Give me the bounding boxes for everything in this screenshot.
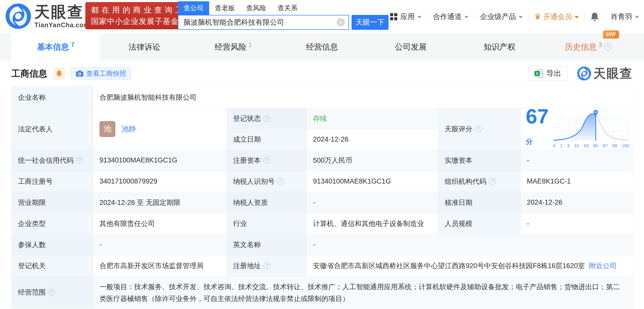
- nav-apps-label: 应用: [400, 12, 415, 22]
- help-icon[interactable]: ?: [263, 262, 270, 269]
- help-icon[interactable]: ?: [489, 178, 496, 185]
- field-label-org-code: 组织机构代码 ?: [438, 171, 521, 192]
- field-label-legal-rep: 法定代表人: [12, 108, 93, 150]
- field-value-legal-rep: 池 池静: [93, 108, 227, 150]
- value-text: 91340100MAE8K1GC1G: [99, 156, 177, 164]
- tab-operating-info[interactable]: 经营信息: [278, 33, 366, 61]
- top-header: 天眼查 TianYanCha.com 都在用的商业查询工具 国家中小企业发展子基…: [0, 0, 644, 33]
- label-text: 注册地址: [233, 261, 261, 270]
- field-value-credit-code: 91340100MAE8K1GC1G: [93, 150, 227, 171]
- label-text: 参保人数: [18, 240, 46, 249]
- field-value-reg-number: 340171000879929: [93, 171, 227, 192]
- nav-apps[interactable]: 应用: [390, 12, 421, 22]
- search-button[interactable]: 天眼一下: [352, 15, 389, 30]
- score-number: 67分: [526, 106, 549, 152]
- field-value-establish-date: 2024-12-26: [307, 129, 438, 150]
- tianyancha-logo[interactable]: 天眼查 TianYanCha.com: [5, 3, 90, 29]
- logo-domain: TianYanCha.com: [34, 21, 90, 29]
- legal-rep-link[interactable]: 池静: [122, 124, 136, 134]
- field-label-english-name: 英文名称: [227, 234, 307, 255]
- tianyancha-swirl-icon: [577, 66, 591, 81]
- status-text: 存续: [313, 114, 327, 123]
- label-text: 登记状态: [233, 114, 261, 123]
- tab-company-development[interactable]: 公司发展: [366, 33, 455, 61]
- chart-tick: 50: [584, 143, 589, 149]
- tab-label: 法律诉讼: [128, 42, 160, 52]
- nav-cooperation-label: 合作通道: [433, 12, 462, 22]
- chart-tick: 3: [567, 143, 569, 149]
- value-text: -: [313, 241, 315, 249]
- clear-search-icon[interactable]: ×: [337, 18, 345, 26]
- tab-intellectual-property[interactable]: 知识产权: [455, 33, 544, 61]
- excel-icon: X: [535, 69, 543, 78]
- score-unit: 分: [526, 138, 533, 146]
- label-text: 营业期限: [18, 198, 46, 207]
- field-value-industry: 计算机、通信和其他电子设备制造业: [307, 213, 438, 234]
- help-icon[interactable]: ?: [76, 157, 83, 164]
- field-value-taxpayer-id: 91340100MAE8K1GC1G: [307, 171, 438, 192]
- nearby-companies-link[interactable]: 附近公司: [589, 261, 617, 270]
- tianyancha-company-page: 天眼查 TianYanCha.com 都在用的商业查询工具 国家中小企业发展子基…: [0, 0, 644, 309]
- chevron-down-icon: [575, 16, 579, 19]
- field-value-english-name: -: [307, 234, 632, 255]
- value-text: -: [99, 241, 102, 249]
- tab-operating-risk[interactable]: 经营风险 1: [189, 33, 278, 61]
- tab-label: 经营信息: [306, 42, 338, 52]
- tab-history-info[interactable]: 历史信息 3 ? VIP: [544, 33, 633, 61]
- business-info-table: 企业名称 合肥脑波脑机智能科技有限公司 法定代表人 池 池静 登记状态 ? 存续…: [12, 86, 633, 308]
- nav-cooperation[interactable]: 合作通道: [433, 12, 468, 22]
- label-text: 法定代表人: [18, 124, 53, 134]
- field-label-paid-capital: 实缴资本: [438, 150, 521, 171]
- label-text: 核准日期: [445, 198, 472, 207]
- tab-count: 1: [249, 41, 252, 48]
- business-info-header: 工商信息 查看工商快照: [0, 61, 644, 86]
- value-text: 其他有限责任公司: [99, 219, 155, 228]
- monitor-bell-button[interactable]: [53, 67, 65, 80]
- company-tab-bar: 基本信息 7 法律诉讼 经营风险 1 经营信息 公司发展 知识产权 历史信息 3…: [0, 33, 644, 61]
- field-label-taxpayer-id: 纳税人识别号 ?: [227, 171, 307, 192]
- value-text: 2024-12-26: [527, 198, 562, 206]
- chart-tick: 85: [593, 143, 598, 149]
- label-text: 统一社会信用代码: [18, 156, 73, 165]
- help-icon[interactable]: ?: [277, 178, 284, 185]
- tab-label: 公司发展: [395, 42, 427, 52]
- field-value-taxpayer-quality: -: [307, 192, 438, 213]
- tab-label: 基本信息: [37, 42, 69, 52]
- tab-legal[interactable]: 法律诉讼: [100, 33, 189, 61]
- section-title: 工商信息: [11, 68, 47, 80]
- value-text: -: [527, 220, 529, 228]
- help-icon[interactable]: ?: [263, 157, 270, 164]
- help-icon[interactable]: ?: [263, 115, 270, 122]
- search-input[interactable]: [183, 18, 337, 26]
- nav-user[interactable]: 肖青羽: [611, 12, 639, 22]
- export-button[interactable]: X 导出: [528, 66, 568, 81]
- label-text: 行业: [233, 219, 247, 228]
- apps-grid-icon: [390, 13, 397, 20]
- search-tab-risk[interactable]: 查风险: [241, 1, 272, 15]
- tab-count: 3: [599, 41, 602, 48]
- legal-rep-avatar[interactable]: 池: [99, 121, 115, 137]
- tab-basic-info[interactable]: 基本信息 7: [11, 33, 100, 61]
- business-snapshot-button[interactable]: 查看工商快照: [71, 67, 131, 80]
- export-label: 导出: [546, 68, 561, 79]
- search-tab-boss[interactable]: 查老板: [209, 1, 241, 15]
- value-text: 计算机、通信和其他电子设备制造业: [313, 219, 424, 228]
- help-icon[interactable]: ?: [475, 125, 482, 132]
- notification-bell-icon[interactable]: [590, 12, 599, 22]
- snapshot-label: 查看工商快照: [86, 69, 126, 78]
- search-tab-company[interactable]: 查公司: [178, 1, 209, 15]
- value-text: 2024-12-26 至 无固定期限: [99, 198, 180, 207]
- field-value-reg-capital: 500万人民币: [307, 150, 438, 171]
- field-label-credit-code: 统一社会信用代码 ?: [12, 150, 93, 171]
- search-tab-relation[interactable]: 查关系: [272, 1, 303, 15]
- help-icon[interactable]: ?: [48, 289, 55, 296]
- field-label-reg-capital: 注册资本 ?: [227, 150, 307, 171]
- help-icon[interactable]: ?: [604, 43, 612, 51]
- address-text: 安徽省合肥市高新区城西桥社区服务中心望江西路920号中安创谷科技园F8栋16层1…: [313, 261, 585, 270]
- label-text: 注册资本: [233, 156, 261, 165]
- vip-badge: VIP: [603, 30, 619, 39]
- value-text: MAE8K1GC-1: [527, 177, 571, 185]
- label-text: 人员规模: [445, 219, 472, 228]
- nav-vip[interactable]: ♛ 开通会员: [534, 12, 579, 22]
- nav-enterprise[interactable]: 企业级产品: [480, 12, 523, 22]
